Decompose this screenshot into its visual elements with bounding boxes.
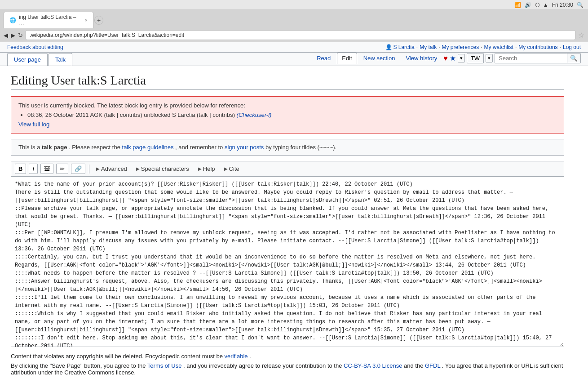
italic-button[interactable]: I xyxy=(29,164,38,174)
tab-bar: 🌐 ing User talk:S Larctia – … × + xyxy=(0,10,588,28)
tab-talk[interactable]: Talk xyxy=(49,53,72,66)
page-tabs: User page Talk Read Edit New section Vie… xyxy=(0,53,588,66)
special-chars-arrow: ▶ xyxy=(136,166,140,171)
checkuser-label: (Checkuser-l) xyxy=(237,111,272,118)
help-label: Help xyxy=(203,165,215,172)
volume-icon: 🔊 xyxy=(525,2,531,8)
gfdl-link[interactable]: GFDL xyxy=(425,362,440,369)
bookmark-icon[interactable]: ☆ xyxy=(578,31,584,40)
talk-page-guidelines-link[interactable]: talk page guidelines xyxy=(122,144,174,151)
tab-close-button[interactable]: × xyxy=(85,18,88,23)
image-icon: 🖼 xyxy=(44,165,50,172)
refresh-button[interactable]: ↻ xyxy=(18,32,23,39)
advanced-dropdown[interactable]: ▶ Advanced xyxy=(93,164,130,174)
talk-notice-end: by typing four tildes (~~~~). xyxy=(265,144,336,151)
block-notice: This user is currently blocked. The late… xyxy=(11,96,564,134)
action-view-history[interactable]: View history xyxy=(401,53,442,63)
checkuser-link[interactable]: (Checkuser-l) xyxy=(237,111,272,118)
tab-user-page[interactable]: User page xyxy=(7,53,48,66)
tabs-right: Read Edit New section View history ♥ ★ ▾… xyxy=(312,53,581,66)
link-button[interactable]: 🔗 xyxy=(71,164,85,174)
special-chars-label: Special characters xyxy=(141,165,189,172)
search-input[interactable] xyxy=(495,53,567,63)
log-out-link[interactable]: Log out xyxy=(563,44,581,50)
action-edit[interactable]: Edit xyxy=(337,53,357,64)
search-button[interactable]: 🔍 xyxy=(567,53,580,63)
cc-license-link[interactable]: CC-BY-SA 3.0 License xyxy=(344,362,402,369)
talk-notice: This is a talk page . Please respect the… xyxy=(11,139,564,156)
tw-dropdown-arrow[interactable]: ▾ xyxy=(486,54,493,62)
dropdown-button[interactable]: ▾ xyxy=(458,54,465,62)
talk-notice-suffix: , and remember to xyxy=(175,144,225,151)
sign-posts-link[interactable]: sign your posts xyxy=(225,144,264,151)
new-tab-button[interactable]: + xyxy=(94,16,103,25)
system-time: Fri 20:30 xyxy=(552,2,573,8)
advanced-arrow: ▶ xyxy=(96,166,100,171)
cite-dropdown[interactable]: ▶ Cite xyxy=(221,164,243,174)
talk-page-label: talk page xyxy=(42,144,67,151)
my-contributions-link[interactable]: My contributions xyxy=(518,44,557,50)
address-bar: ◀ ▶ ↻ ☆ xyxy=(0,28,588,42)
forward-button[interactable]: ▶ xyxy=(11,32,15,39)
user-links: 👤 S Larctia · My talk · My preferences ·… xyxy=(385,44,581,50)
talk-notice-middle: . Please respect the xyxy=(69,144,122,151)
view-full-log-link[interactable]: View full log xyxy=(18,121,49,128)
cite-label: Cite xyxy=(229,165,239,172)
link-icon: 🔗 xyxy=(75,165,82,172)
my-talk-link[interactable]: My talk xyxy=(420,44,437,50)
terms-of-use-link[interactable]: Terms of Use xyxy=(147,362,182,369)
save-notice: By clicking the "Save Page" button, you … xyxy=(11,362,564,376)
bluetooth-icon: ⬡ xyxy=(535,2,539,8)
action-read[interactable]: Read xyxy=(312,53,335,63)
block-notice-message: This user is currently blocked. The late… xyxy=(18,102,557,109)
page-title: Editing User talk:S Larctia xyxy=(11,73,564,90)
special-chars-dropdown[interactable]: ▶ Special characters xyxy=(133,164,192,174)
tab-title: ing User talk:S Larctia – … xyxy=(19,14,82,27)
action-icons: ♥ ★ ▾ TW ▾ xyxy=(443,53,493,63)
browser-chrome: 🌐 ing User talk:S Larctia – … × + ◀ ▶ ↻ … xyxy=(0,10,588,42)
wiki-header: Feedback about editing 👤 S Larctia · My … xyxy=(0,42,588,53)
editor-textarea[interactable] xyxy=(11,176,564,347)
pen-button[interactable]: ✏ xyxy=(56,164,68,174)
action-new-section[interactable]: New section xyxy=(359,53,400,63)
toolbar-separator-1 xyxy=(89,165,89,174)
copyright-notice: Content that violates any copyrights wil… xyxy=(11,353,564,360)
editor-toolbar: B I 🖼 ✏ 🔗 ▶ Advanced ▶ Special character… xyxy=(11,161,564,176)
user-icon: 👤 xyxy=(385,44,392,50)
help-arrow: ▶ xyxy=(198,166,202,171)
system-bar-right: 📶 🔊 ⬡ ▲ Fri 20:30 🔍 xyxy=(514,2,584,8)
watchlist-heart-icon[interactable]: ♥ xyxy=(443,54,448,62)
tabs-left: User page Talk xyxy=(7,53,73,66)
wifi-icon: 📶 xyxy=(514,2,521,8)
feedback-link[interactable]: Feedback about editing xyxy=(7,44,63,50)
url-input[interactable] xyxy=(26,30,575,40)
system-bar: 📶 🔊 ⬡ ▲ Fri 20:30 🔍 xyxy=(0,0,588,10)
tw-dropdown[interactable]: TW xyxy=(467,53,484,63)
user-name-link[interactable]: S Larctia xyxy=(393,44,414,50)
back-button[interactable]: ◀ xyxy=(4,32,8,39)
cite-arrow: ▶ xyxy=(224,166,228,171)
my-preferences-link[interactable]: My preferences xyxy=(442,44,479,50)
my-watchlist-link[interactable]: My watchlist xyxy=(484,44,513,50)
pen-icon: ✏ xyxy=(60,165,65,172)
editor-footer: Content that violates any copyrights wil… xyxy=(11,353,564,376)
advanced-label: Advanced xyxy=(101,165,127,172)
main-content: Editing User talk:S Larctia This user is… xyxy=(0,66,575,383)
search-icon[interactable]: 🔍 xyxy=(577,2,584,8)
image-button[interactable]: 🖼 xyxy=(40,164,53,174)
bold-button[interactable]: B xyxy=(15,164,26,174)
browser-tab-active[interactable]: 🌐 ing User talk:S Larctia – … × xyxy=(4,12,93,28)
search-box: 🔍 xyxy=(495,53,581,63)
star-icon[interactable]: ★ xyxy=(450,54,456,62)
verifiable-link[interactable]: verifiable xyxy=(225,353,248,360)
help-dropdown[interactable]: ▶ Help xyxy=(195,164,218,174)
block-log-entry: 08:36, 26 October 2011 AGK (talk | contr… xyxy=(27,111,557,118)
tab-favicon: 🌐 xyxy=(9,17,16,23)
wifi-signal-icon: ▲ xyxy=(543,2,548,8)
talk-notice-prefix: This is a xyxy=(18,144,42,151)
